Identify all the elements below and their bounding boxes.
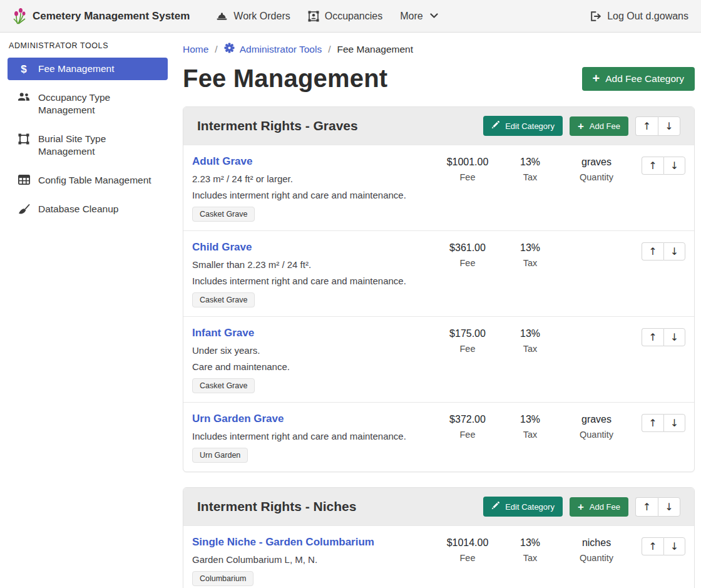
fee-tag: Casket Grave bbox=[192, 378, 255, 393]
nav-more[interactable]: More bbox=[391, 7, 446, 26]
breadcrumb-current: Fee Management bbox=[337, 44, 414, 55]
chevron-down-icon bbox=[430, 13, 438, 19]
add-fee-button[interactable]: + Add Fee bbox=[570, 497, 628, 517]
category-title: Interment Rights - Niches bbox=[197, 499, 356, 514]
sidebar-item-label: Burial Site Type Management bbox=[38, 133, 160, 158]
sidebar-item-config-table-management[interactable]: Config Table Management bbox=[8, 169, 168, 192]
fee-quantity-column: graves Quantity bbox=[560, 413, 633, 463]
fee-name-link[interactable]: Urn Garden Grave bbox=[192, 413, 284, 425]
fee-row: Single Niche - Garden Columbarium Garden… bbox=[183, 525, 694, 588]
plot-frame-icon bbox=[18, 133, 30, 145]
fee-description: Includes interment right and care and ma… bbox=[192, 276, 430, 286]
move-category-up-button[interactable]: ↑ bbox=[635, 116, 658, 136]
page-title: Fee Management bbox=[183, 64, 387, 93]
nav-occupancies[interactable]: Occupancies bbox=[299, 7, 392, 26]
add-fee-category-label: Add Fee Category bbox=[605, 73, 684, 85]
fee-name-link[interactable]: Single Niche - Garden Columbarium bbox=[192, 536, 374, 549]
nav-occupancies-label: Occupancies bbox=[325, 11, 383, 22]
fee-description: Under six years. bbox=[192, 345, 430, 356]
fee-description: Garden Columbarium L, M, N. bbox=[192, 554, 430, 565]
occupant-frame-icon bbox=[308, 11, 319, 22]
app-title: Cemetery Management System bbox=[33, 10, 190, 23]
breadcrumb-separator: / bbox=[215, 44, 217, 55]
fee-category-list: Interment Rights - Graves Edit Category … bbox=[183, 106, 695, 588]
top-navbar: Cemetery Management System Work Orders O bbox=[0, 0, 701, 33]
edit-category-button[interactable]: Edit Category bbox=[483, 116, 563, 136]
admin-sidebar: ADMINISTRATOR TOOLS $Fee ManagementOccup… bbox=[0, 33, 175, 588]
move-fee-up-button[interactable]: ↑ bbox=[642, 414, 663, 432]
fee-amount-column: $1001.00 Fee bbox=[435, 155, 500, 222]
nav-more-label: More bbox=[400, 11, 422, 22]
move-fee-down-button[interactable]: ↓ bbox=[663, 157, 685, 175]
fee-amount-column: $175.00 Fee bbox=[435, 327, 500, 393]
fee-row: Urn Garden Grave Includes interment righ… bbox=[183, 402, 694, 472]
fee-description: 2.23 m² / 24 ft² or larger. bbox=[192, 173, 430, 184]
fee-description: Smaller than 2.23 m² / 24 ft². bbox=[192, 259, 430, 270]
move-fee-up-button[interactable]: ↑ bbox=[642, 242, 663, 260]
gear-icon bbox=[224, 43, 235, 56]
move-fee-up-button[interactable]: ↑ bbox=[642, 157, 663, 175]
sidebar-item-burial-site-type-management[interactable]: Burial Site Type Management bbox=[8, 128, 168, 163]
move-fee-down-button[interactable]: ↓ bbox=[663, 328, 685, 346]
logout-button[interactable]: Log Out d.gowans bbox=[581, 7, 690, 26]
fee-tax-label: Tax bbox=[500, 344, 560, 354]
move-fee-down-button[interactable]: ↓ bbox=[663, 537, 685, 555]
fee-name-link[interactable]: Child Grave bbox=[192, 241, 252, 254]
sidebar-item-label: Config Table Management bbox=[38, 174, 151, 187]
add-fee-button[interactable]: + Add Fee bbox=[570, 116, 628, 136]
fee-category-header: Interment Rights - Graves Edit Category … bbox=[183, 107, 694, 145]
move-fee-up-button[interactable]: ↑ bbox=[642, 537, 663, 555]
fee-row: Infant Grave Under six years.Care and ma… bbox=[183, 316, 694, 402]
fee-amount-label: Fee bbox=[435, 553, 500, 563]
sidebar-item-database-cleanup[interactable]: Database Cleanup bbox=[8, 198, 168, 220]
move-fee-up-button[interactable]: ↑ bbox=[642, 328, 663, 346]
edit-category-label: Edit Category bbox=[505, 121, 555, 131]
fee-tax-column: 13% Tax bbox=[500, 536, 560, 586]
breadcrumb-admin-tools-link[interactable]: Administrator Tools bbox=[224, 43, 322, 56]
plus-icon: + bbox=[578, 122, 584, 130]
fee-tax-column: 13% Tax bbox=[500, 327, 560, 393]
fee-amount: $1001.00 bbox=[435, 157, 500, 168]
fee-quantity: niches bbox=[560, 537, 633, 549]
sidebar-item-occupancy-type-management[interactable]: Occupancy Type Management bbox=[8, 86, 168, 121]
fee-quantity-column bbox=[560, 241, 633, 307]
nav-work-orders[interactable]: Work Orders bbox=[207, 7, 299, 26]
fee-quantity-column: graves Quantity bbox=[560, 155, 633, 222]
edit-category-button[interactable]: Edit Category bbox=[483, 497, 563, 517]
add-fee-label: Add Fee bbox=[590, 121, 620, 131]
fee-name-link[interactable]: Infant Grave bbox=[192, 327, 254, 339]
move-category-down-button[interactable]: ↓ bbox=[658, 497, 680, 517]
sidebar-item-fee-management[interactable]: $Fee Management bbox=[8, 58, 168, 80]
fee-tag: Urn Garden bbox=[192, 448, 248, 463]
move-fee-down-button[interactable]: ↓ bbox=[663, 414, 685, 432]
fee-category-card: Interment Rights - Niches Edit Category … bbox=[183, 487, 695, 588]
fee-tax: 13% bbox=[500, 242, 560, 254]
fee-tag: Casket Grave bbox=[192, 207, 255, 222]
fee-quantity-label: Quantity bbox=[560, 430, 633, 440]
fee-amount-column: $1014.00 Fee bbox=[435, 536, 500, 586]
breadcrumb-home-link[interactable]: Home bbox=[183, 44, 208, 55]
move-category-down-button[interactable]: ↓ bbox=[658, 116, 680, 136]
fee-quantity-column: niches Quantity bbox=[560, 536, 633, 586]
main-content: Home / Administrator Tool bbox=[175, 33, 701, 588]
fee-description: Includes interment right and care and ma… bbox=[192, 190, 430, 200]
move-fee-down-button[interactable]: ↓ bbox=[663, 242, 685, 260]
fee-amount-label: Fee bbox=[435, 344, 500, 354]
move-category-up-button[interactable]: ↑ bbox=[635, 497, 658, 517]
fee-tax-column: 13% Tax bbox=[500, 155, 560, 222]
fee-quantity: graves bbox=[560, 414, 633, 425]
fee-name-link[interactable]: Adult Grave bbox=[192, 155, 252, 168]
fee-tax-label: Tax bbox=[500, 258, 560, 268]
fee-tax-column: 13% Tax bbox=[500, 413, 560, 463]
fee-amount: $175.00 bbox=[435, 328, 500, 339]
fee-tag: Columbarium bbox=[192, 571, 253, 586]
add-fee-category-button[interactable]: + Add Fee Category bbox=[582, 67, 695, 91]
dollar-icon: $ bbox=[18, 63, 30, 75]
fee-amount-column: $372.00 Fee bbox=[435, 413, 500, 463]
fee-description: Care and maintenance. bbox=[192, 361, 430, 372]
fee-row: Child Grave Smaller than 2.23 m² / 24 ft… bbox=[183, 230, 694, 316]
fee-tax: 13% bbox=[500, 537, 560, 549]
fee-tax: 13% bbox=[500, 157, 560, 168]
fee-quantity: graves bbox=[560, 157, 633, 168]
category-title: Interment Rights - Graves bbox=[197, 118, 358, 133]
